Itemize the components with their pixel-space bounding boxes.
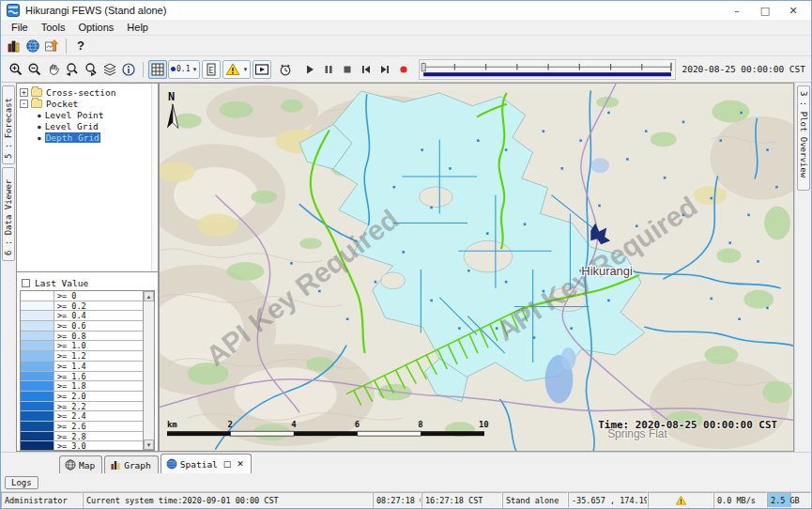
tree-node-level-grid[interactable]: ● Level Grid — [17, 120, 158, 131]
contour-dropdown[interactable]: 0.1 ▼ — [168, 60, 200, 79]
tree-node-label: Pocket — [46, 99, 78, 109]
legend-row[interactable]: >= 3.0 — [21, 441, 143, 450]
globe-icon — [166, 458, 177, 470]
tab-data-viewer[interactable]: 6 : Data Viewer — [2, 167, 15, 261]
tab-restore-icon[interactable]: □ — [223, 459, 232, 469]
skip-end-icon[interactable] — [375, 60, 394, 79]
pan-icon[interactable] — [44, 60, 63, 79]
legend-row[interactable]: >= 2.0 — [21, 392, 143, 402]
tree-scrollbar[interactable] — [151, 84, 158, 271]
tab-graph[interactable]: Graph — [104, 455, 159, 473]
map-canvas[interactable]: API Key Required API Key Required Hikura… — [160, 84, 793, 451]
classification-icon[interactable]: E — [202, 60, 221, 79]
tree-node-depth-grid-selected[interactable]: ● Depth Grid — [17, 131, 158, 143]
legend-row[interactable]: >= 0.2 — [21, 301, 143, 312]
legend-row[interactable]: >= 1.4 — [21, 362, 143, 372]
collapse-icon[interactable]: - — [20, 100, 28, 108]
toolbar-separator — [66, 39, 67, 54]
legend-label: >= 2.6 — [54, 422, 143, 431]
tree-node-cross-section[interactable]: + Cross-section — [17, 86, 158, 98]
legend-label: >= 2.8 — [54, 432, 143, 441]
tab-plot-overview[interactable]: 3 : Plot Overview — [797, 85, 810, 191]
chevron-down-icon: ▼ — [242, 67, 248, 72]
help-icon[interactable]: ? — [71, 37, 90, 55]
legend-row[interactable]: >= 2.2 — [21, 402, 143, 412]
legend-swatch — [21, 362, 54, 371]
tree-node-level-point[interactable]: ● Level Point — [17, 109, 158, 120]
layers-icon[interactable] — [100, 60, 119, 79]
legend-row[interactable]: >= 1.8 — [21, 381, 143, 392]
legend-row[interactable]: >= 0 — [21, 291, 143, 301]
tab-close-icon[interactable]: ✕ — [237, 459, 244, 469]
status-warning-cell[interactable] — [648, 492, 713, 508]
north-arrow-label: N — [168, 90, 175, 103]
thresholds-dropdown[interactable]: ▼ — [222, 60, 251, 79]
svg-text:2: 2 — [228, 420, 233, 429]
legend-row[interactable]: >= 1.0 — [21, 341, 143, 351]
legend-swatch — [21, 301, 54, 311]
tab-spatial-active[interactable]: Spatial □ ✕ — [161, 454, 252, 473]
legend-row[interactable]: >= 2.8 — [21, 432, 143, 442]
globe-icon[interactable] — [23, 37, 42, 55]
tree-node-label: Depth Grid — [45, 132, 100, 143]
map-view[interactable]: API Key Required API Key Required Hikura… — [159, 83, 794, 452]
chevron-down-icon: ▼ — [192, 67, 197, 72]
stop-icon[interactable] — [338, 60, 357, 79]
legend-row[interactable]: >= 1.6 — [21, 372, 143, 382]
animation-icon[interactable] — [253, 60, 271, 79]
maximize-button[interactable]: □ — [751, 2, 779, 19]
status-coordinates: -35.657 , 174.199 — [568, 492, 648, 508]
minimize-button[interactable]: – — [723, 2, 751, 19]
menu-options[interactable]: Options — [71, 21, 120, 34]
legend-swatch — [21, 372, 54, 381]
expand-icon[interactable]: + — [20, 88, 28, 97]
legend-row[interactable]: >= 0.4 — [21, 311, 143, 321]
legend-scrollbar[interactable]: ▲ ▼ — [143, 291, 154, 450]
zoom-in-icon[interactable] — [7, 60, 25, 79]
svg-text:4: 4 — [291, 420, 296, 429]
zoom-previous-icon[interactable] — [63, 60, 82, 79]
scroll-up-icon[interactable]: ▲ — [144, 291, 154, 301]
legend-row[interactable]: >= 0.8 — [21, 332, 143, 342]
legend-swatch — [21, 381, 54, 391]
close-button[interactable]: ✕ — [779, 2, 807, 19]
logs-button[interactable]: Logs — [5, 476, 38, 489]
zoom-next-icon[interactable] — [82, 60, 100, 79]
zoom-out-icon[interactable] — [25, 60, 44, 79]
status-gmt-time: 08:27:18 GMT — [373, 492, 421, 508]
legend-table: >= 0 >= 0.2 >= 0.4 >= 0.6 >= 0.8 >= 1.0 … — [20, 290, 155, 451]
scroll-down-icon[interactable]: ▼ — [144, 440, 154, 450]
record-icon[interactable] — [394, 60, 413, 79]
menu-bar: File Tools Options Help — [1, 20, 811, 36]
tree-node-label: Level Grid — [45, 121, 99, 131]
time-slider[interactable] — [419, 59, 676, 80]
tab-map[interactable]: Map — [59, 455, 102, 473]
current-datetime: 2020-08-25 00:00:00 CST — [682, 64, 807, 74]
legend-swatch — [21, 422, 54, 431]
time-settings-icon[interactable] — [276, 60, 295, 79]
parameter-tree: + Cross-section - Pocket ● Level Point ●… — [16, 83, 159, 272]
play-icon[interactable] — [300, 60, 319, 79]
svg-text:6: 6 — [355, 420, 360, 429]
legend-row[interactable]: >= 0.6 — [21, 321, 143, 332]
tree-node-pocket[interactable]: - Pocket — [17, 98, 158, 109]
export-timeseries-icon[interactable] — [42, 37, 61, 55]
skip-start-icon[interactable] — [357, 60, 375, 79]
tree-node-label: Level Point — [45, 110, 104, 120]
grid-display-icon[interactable] — [148, 60, 167, 79]
legend-label: >= 0.8 — [54, 332, 143, 341]
menu-help[interactable]: Help — [120, 21, 155, 34]
tab-spatial-label: Spatial — [180, 459, 218, 470]
info-icon[interactable] — [119, 60, 138, 79]
legend-row[interactable]: >= 2.6 — [21, 422, 143, 432]
legend-row[interactable]: >= 1.2 — [21, 351, 143, 362]
menu-file[interactable]: File — [5, 21, 35, 34]
pause-icon[interactable] — [319, 60, 338, 79]
last-value-checkbox[interactable] — [22, 279, 30, 287]
legend-label: >= 0.4 — [54, 311, 143, 320]
legend-swatch — [21, 341, 54, 350]
database-icon[interactable] — [5, 37, 23, 55]
legend-row[interactable]: >= 2.4 — [21, 411, 143, 422]
menu-tools[interactable]: Tools — [35, 21, 72, 34]
tab-forecast[interactable]: 5 : Forecast — [2, 85, 15, 164]
